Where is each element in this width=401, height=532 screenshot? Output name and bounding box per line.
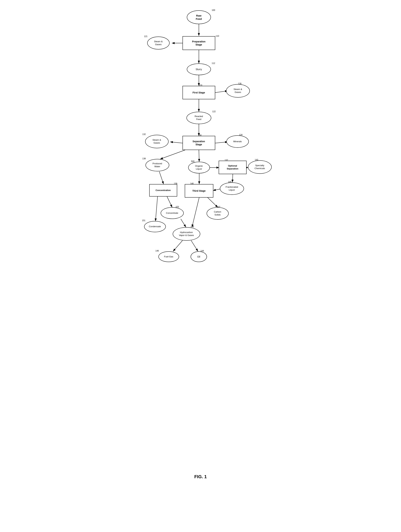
concentration-label: Concentration [155,189,171,192]
svg-line-21 [181,219,186,227]
minerals-num: 134 [239,134,243,136]
preparation-stage-node: Preparation Stage [183,36,215,50]
steam-gases-126-num: 126 [238,82,241,85]
concentration-node: Concentration [149,184,177,196]
fuel-gas-label: Fuel-Gas [164,255,173,258]
third-stage-num: 140 [190,182,194,185]
fractionated-liquor-node: Fractionated Liquor [220,182,244,195]
svg-line-23 [192,197,199,227]
reacted-feed-label: Reacted Feed [195,115,203,121]
first-stage-node: First Stage [183,86,215,99]
svg-line-19 [155,196,158,221]
steam-gases-121-node: Steam & Gases [147,37,170,50]
slurry-label: Slurry [196,68,202,71]
steam-gases-121-label: Steam & Gases [154,40,163,46]
svg-line-15 [159,171,164,184]
optional-separation-node: Optional Separation [219,161,247,174]
first-stage-num: 120 [199,84,202,87]
svg-line-6 [215,91,228,93]
slurry-num: 112 [212,62,215,64]
organic-liquor-node: Organic Liquor [188,162,210,173]
steam-gases-121-num: 121 [144,35,148,38]
specialty-chemicals-num: 143 [255,158,258,161]
minerals-node: Minerals [226,135,249,148]
carbon-solids-label: Carbon Solids [214,210,221,216]
steam-gases-132-node: Steam & Gases [145,135,169,148]
fig-label: FIG. 1 [139,474,262,479]
oil-label: Oil [197,255,200,258]
preparation-stage-label: Preparation Stage [192,40,206,46]
steam-gases-132-num: 132 [142,133,146,135]
hc-vapor-gases-label: Hydrocarbon Vapor & Gases [179,231,194,237]
concentration-num: 139 [174,182,177,185]
separation-stage-num: 130 [198,134,202,137]
oil-num: 144 [201,250,204,252]
svg-line-12 [199,150,199,162]
specialty-chemicals-node: Specialty Chemicals [248,160,272,174]
svg-line-20 [167,196,172,207]
hc-vapor-gases-node: Hydrocarbon Vapor & Gases [173,227,200,241]
slurry-node: Slurry [187,63,211,75]
third-stage-label: Third Stage [192,189,206,192]
carbon-solids-node: Carbon Solids [207,207,229,220]
raw-feed-num: 100 [212,9,215,11]
specialty-chemicals-label: Specialty Chemicals [254,164,265,170]
steam-gases-126-label: Steam & Gases [234,88,242,94]
preparation-stage-num: 110 [216,35,219,37]
concentrate-label: Concentrate [166,212,178,215]
fuel-gas-num: 146 [155,250,159,252]
produced-water-label: Produced Water [153,162,162,168]
reacted-feed-num: 122 [212,110,216,113]
fractionated-liquor-num: 145 [228,181,232,183]
produced-water-node: Produced Water [146,159,169,171]
fractionated-liquor-label: Fractionated Liquor [226,186,238,191]
carbon-solids-num: 142 [217,206,220,208]
svg-line-24 [173,241,183,251]
diagram: Raw Feed 100 Preparation Stage 110 Steam… [140,5,261,471]
produced-water-num: 138 [142,157,146,160]
steam-gases-126-node: Steam & Gases [226,84,250,98]
optional-separation-num: 137 [225,159,228,161]
concentrate-node: Concentrate [161,207,184,219]
svg-line-11 [160,150,185,159]
raw-feed-label: Raw Feed [196,14,202,21]
organic-liquor-label: Organic Liquor [195,165,203,171]
reacted-feed-node: Reacted Feed [186,112,211,124]
raw-feed-node: Raw Feed [187,10,211,24]
svg-line-22 [208,197,218,207]
svg-line-10 [215,142,228,143]
hc-vapor-gases-num: 148 [191,226,194,228]
fuel-gas-node: Fuel-Gas [158,251,179,262]
steam-gases-132-label: Steam & Gases [153,139,161,145]
page: Raw Feed 100 Preparation Stage 110 Steam… [136,0,265,490]
separation-stage-node: Separation Stage [183,136,215,150]
first-stage-label: First Stage [192,91,205,94]
minerals-label: Minerals [233,140,242,143]
third-stage-node: Third Stage [185,184,213,197]
condensate-num: 151 [142,219,146,222]
condensate-node: Condensate [144,221,166,232]
condensate-label: Condensate [149,225,161,228]
concentrate-num: 153 [176,206,179,208]
optional-separation-label: Optional Separation [227,165,238,170]
svg-line-9 [170,142,183,143]
organic-liquor-num: 500 [191,160,195,163]
separation-stage-label: Separation Stage [192,140,205,146]
svg-line-17 [232,174,233,182]
oil-node: Oil [191,251,207,262]
svg-line-25 [191,241,198,251]
